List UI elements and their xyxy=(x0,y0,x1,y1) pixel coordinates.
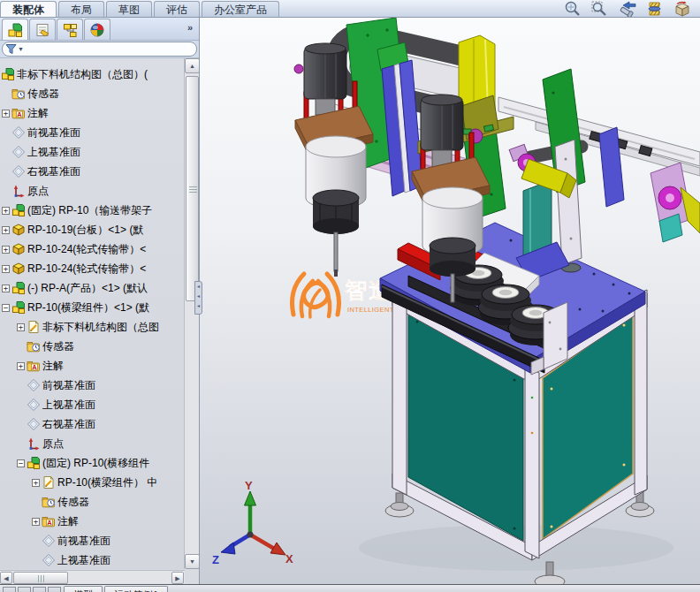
expander-toggle[interactable]: + xyxy=(17,323,25,331)
origin-icon xyxy=(27,436,41,451)
configurationmanager-tab[interactable] xyxy=(57,19,83,40)
tree-item[interactable]: +A注解 xyxy=(0,356,184,376)
expander-toggle[interactable]: + xyxy=(2,207,10,215)
feature-tree: 非标下料机结构图（总图）(传感器+A注解前视基准面上视基准面右视基准面原点+(固… xyxy=(0,58,199,569)
commandmanager-bar: 装配体布局草图评估办公室产品 xyxy=(0,0,700,18)
panel-splitter[interactable]: ◂◂◂ xyxy=(194,281,202,315)
tree-item[interactable]: +RP-10(横梁组件） 中 xyxy=(0,473,184,492)
tree-item-label: 右视基准面 xyxy=(42,417,95,432)
document-tab[interactable]: 运动算例1 xyxy=(104,586,168,592)
commandmanager-tab[interactable]: 办公室产品 xyxy=(202,1,279,17)
zoom-area-icon[interactable] xyxy=(590,1,611,17)
commandmanager-tab[interactable]: 装配体 xyxy=(0,1,57,17)
tree-item[interactable]: +RP-10-19(台板）<1> (默 xyxy=(0,220,184,239)
expander-toggle[interactable]: + xyxy=(2,285,10,292)
expander-toggle[interactable]: + xyxy=(2,110,10,118)
assembly-icon xyxy=(1,67,15,81)
scroll-up-icon[interactable]: ▲ xyxy=(185,58,199,73)
tree-item[interactable]: 上视基准面 xyxy=(0,395,184,414)
part-icon xyxy=(11,223,26,237)
commandmanager-tab[interactable]: 布局 xyxy=(58,1,104,17)
tree-item[interactable]: 上视基准面 xyxy=(0,550,184,569)
tree-item[interactable]: 右视基准面 xyxy=(0,162,184,181)
tree-item[interactable]: 传感器 xyxy=(0,337,184,356)
tree-item-label: (固定) RP-10(横移组件 xyxy=(42,456,149,471)
document-tab[interactable]: 模型 xyxy=(64,586,103,592)
tree-item-label: RP-10(横梁组件） 中 xyxy=(57,475,157,490)
tree-item[interactable]: +(-) RP-A(产品）<1> (默认 xyxy=(0,278,184,298)
expander-toggle[interactable]: − xyxy=(2,304,10,312)
section-view-icon[interactable] xyxy=(644,1,666,17)
window-button[interactable] xyxy=(48,587,61,592)
expander-toggle[interactable]: + xyxy=(2,246,10,254)
tree-item[interactable]: 前视基准面 xyxy=(0,376,184,395)
commandmanager-tab[interactable]: 草图 xyxy=(106,1,152,17)
tree-filter-input[interactable] xyxy=(24,43,174,56)
tree-item-label: 前视基准面 xyxy=(27,125,80,140)
expander-toggle[interactable]: + xyxy=(2,226,10,234)
scroll-right-icon[interactable]: ▶ xyxy=(171,572,184,584)
tree-item[interactable]: +非标下料机结构图（总图 xyxy=(0,317,184,337)
window-button[interactable] xyxy=(18,587,31,592)
expander-toggle[interactable]: + xyxy=(32,518,40,526)
window-button[interactable] xyxy=(33,587,46,592)
tree-item[interactable]: +A注解 xyxy=(0,103,184,123)
filter-dropdown-icon[interactable]: ▼ xyxy=(18,46,24,52)
expander-toggle[interactable]: − xyxy=(17,459,25,467)
scrollbar-thumb[interactable] xyxy=(13,572,68,584)
tree-item[interactable]: −(固定) RP-10(横移组件 xyxy=(0,453,184,473)
tree-item-label: 非标下料机结构图（总图 xyxy=(42,320,159,335)
tree-item[interactable]: +A注解 xyxy=(0,512,184,531)
statusbar: 模型运动算例1 xyxy=(0,584,700,592)
tree-item[interactable]: 右视基准面 xyxy=(0,414,184,434)
manager-tabs-overflow[interactable]: » xyxy=(187,22,192,33)
displaymanager-tab[interactable] xyxy=(84,19,110,40)
annotations-folder-icon: A xyxy=(27,359,41,373)
right-end-drive[interactable] xyxy=(651,163,700,242)
tree-item[interactable]: +RP-10-24(轮式传输带）< xyxy=(0,259,184,278)
tree-item-label: 上视基准面 xyxy=(57,553,110,568)
tree-item[interactable]: 前视基准面 xyxy=(0,123,184,142)
view-orientation-icon[interactable] xyxy=(672,1,693,17)
expander-toggle[interactable]: + xyxy=(32,479,40,487)
tree-item[interactable]: 上视基准面 xyxy=(0,142,184,162)
tree-item-label: 传感器 xyxy=(27,87,59,102)
tree-item[interactable]: 传感器 xyxy=(0,492,184,512)
featuremanager-panel: » ▼ 非标下料机结构图（总图）(传感器+A注解前视基准面上视基准面右视基准面原… xyxy=(0,18,200,584)
zoom-fit-icon[interactable] xyxy=(562,1,583,17)
note-icon xyxy=(42,475,56,490)
tree-item[interactable]: +(固定) RP-10（输送带架子 xyxy=(0,201,184,220)
tree-horizontal-scrollbar[interactable]: ◀ ▶ xyxy=(0,570,185,584)
expander-toggle[interactable]: + xyxy=(2,265,10,273)
tree-item[interactable]: 前视基准面 xyxy=(0,531,184,550)
tree-item-label: 传感器 xyxy=(57,495,89,510)
previous-view-icon[interactable] xyxy=(617,1,638,17)
tree-item-label: RP-10-19(台板）<1> (默 xyxy=(27,223,143,238)
tree-item-label: 前视基准面 xyxy=(42,378,95,393)
tree-item[interactable]: 非标下料机结构图（总图）( xyxy=(0,65,184,84)
scroll-down-icon[interactable]: ▼ xyxy=(185,554,199,569)
filter-funnel-icon[interactable] xyxy=(5,43,17,55)
scrollbar-thumb[interactable] xyxy=(186,76,199,301)
tree-item[interactable]: −RP-10(横梁组件）<1> (默 xyxy=(0,298,184,317)
tree-item[interactable]: 传感器 xyxy=(0,84,184,103)
plane-icon xyxy=(27,378,41,392)
svg-text:A: A xyxy=(47,519,52,527)
plane-icon xyxy=(27,398,41,412)
yellow-motor[interactable] xyxy=(459,35,498,143)
scroll-left-icon[interactable]: ◀ xyxy=(0,572,12,584)
tree-item[interactable]: +RP-10-24(轮式传输带）< xyxy=(0,239,184,259)
assembly-icon xyxy=(27,456,41,470)
tree-item[interactable]: 原点 xyxy=(0,434,184,453)
expander-toggle[interactable]: + xyxy=(17,362,25,370)
commandmanager-tab[interactable]: 评估 xyxy=(154,1,200,17)
window-button[interactable] xyxy=(3,587,16,592)
tree-item-label: 右视基准面 xyxy=(27,164,80,179)
featuremanager-tab[interactable] xyxy=(2,19,28,40)
propertymanager-tab[interactable] xyxy=(29,19,56,40)
graphics-area[interactable]: 智造资料网 INTELLIGENT MANUFACTURING DATA xyxy=(200,18,700,586)
svg-text:A: A xyxy=(32,363,37,371)
tree-item[interactable]: 原点 xyxy=(0,181,184,201)
machine-3d-model[interactable]: 智造资料网 INTELLIGENT MANUFACTURING DATA xyxy=(200,18,700,586)
part-icon xyxy=(11,262,26,276)
